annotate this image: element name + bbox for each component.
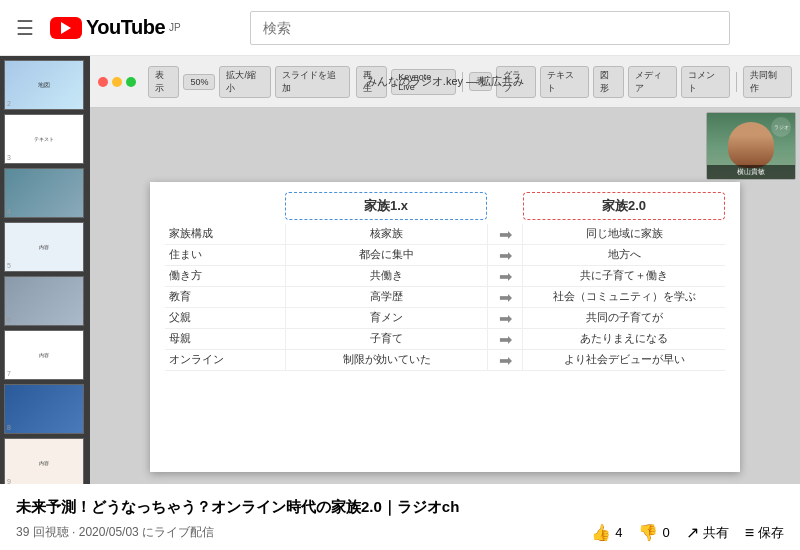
save-label: 保存 [758, 524, 784, 542]
save-button[interactable]: ≡ 保存 [745, 524, 784, 542]
row-label: オンライン [165, 350, 285, 370]
traffic-light-yellow[interactable] [112, 77, 122, 87]
main-content: 地図 2 テキスト 3 4 内容 5 6 [0, 56, 800, 550]
row-v2: 共同の子育てが [523, 308, 725, 328]
dislike-icon: 👎 [638, 523, 658, 542]
menu-icon[interactable]: ☰ [16, 16, 34, 40]
slide-sidebar: 地図 2 テキスト 3 4 内容 5 6 [0, 56, 90, 484]
col-header-v2: 家族2.0 [523, 192, 725, 220]
row-label: 家族構成 [165, 224, 285, 244]
presenter-face [728, 122, 774, 168]
slide-thumb-6[interactable]: 6 [4, 276, 84, 326]
toolbar-btn-view[interactable]: 表示 [148, 66, 179, 98]
slide-thumb-5[interactable]: 内容 5 [4, 222, 84, 272]
row-v2: 社会（コミュニティ）を学ぶ [523, 287, 725, 307]
search-bar [250, 11, 730, 45]
traffic-light-red[interactable] [98, 77, 108, 87]
video-actions: 👍 4 👎 0 ↗ 共有 ≡ 保存 [591, 523, 784, 542]
share-button[interactable]: ↗ 共有 [686, 523, 729, 542]
slide-view: 家族1.x 家族2.0 家族構成核家族➡同じ地域に家族住まい都会に集中➡地方へ働… [90, 108, 800, 484]
slide-thumb-4[interactable]: 4 [4, 168, 84, 218]
row-v2: より社会デビューが早い [523, 350, 725, 370]
share-icon: ↗ [686, 523, 699, 542]
logo-area: YouTubeJP [50, 16, 181, 39]
video-player: 地図 2 テキスト 3 4 内容 5 6 [0, 56, 800, 484]
video-title: 未来予測！どうなっちゃう？オンライン時代の家族2.0｜ラジオch [16, 496, 784, 517]
row-arrow: ➡ [487, 224, 523, 244]
save-icon: ≡ [745, 524, 754, 542]
video-stats: 39 回視聴 · 2020/05/03 にライブ配信 [16, 524, 214, 541]
table-row: 父親育メン➡共同の子育てが [165, 308, 725, 329]
like-button[interactable]: 👍 4 [591, 523, 622, 542]
slide-thumb-9[interactable]: 内容 9 [4, 438, 84, 484]
slide-content: 家族1.x 家族2.0 家族構成核家族➡同じ地域に家族住まい都会に集中➡地方へ働… [150, 182, 740, 472]
traffic-lights [98, 77, 136, 87]
slide-thumb-7[interactable]: 内容 7 [4, 330, 84, 380]
share-label: 共有 [703, 524, 729, 542]
publish-date: 2020/05/03 にライブ配信 [79, 525, 214, 539]
video-meta: 39 回視聴 · 2020/05/03 にライブ配信 👍 4 👎 0 ↗ 共有 [16, 523, 784, 542]
presenter-name-badge: 横山貴敏 [707, 165, 795, 179]
search-input[interactable] [250, 11, 730, 45]
keynote-toolbar: 表示 50% 拡大/縮小 スライドを追加 みんなのラジオ.key — 拡広共み … [90, 56, 800, 108]
row-v1: 育メン [285, 308, 487, 328]
table-row: 家族構成核家族➡同じ地域に家族 [165, 224, 725, 245]
col-header-v1: 家族1.x [285, 192, 487, 220]
radio-logo: ラジオ [771, 117, 791, 137]
col-label-header [165, 192, 285, 220]
row-v1: 共働き [285, 266, 487, 286]
row-v1: 子育て [285, 329, 487, 349]
logo-text: YouTube [86, 16, 165, 39]
row-label: 父親 [165, 308, 285, 328]
keynote-main: 表示 50% 拡大/縮小 スライドを追加 みんなのラジオ.key — 拡広共み … [90, 56, 800, 484]
toolbar-btn-scale[interactable]: 拡大/縮小 [219, 66, 270, 98]
table-row: 母親子育て➡あたりまえになる [165, 329, 725, 350]
toolbar-btn-add-slide[interactable]: スライドを追加 [275, 66, 350, 98]
toolbar-btn-comment[interactable]: コメント [681, 66, 730, 98]
keynote-title-bar: みんなのラジオ.key — 拡広共み [366, 74, 524, 89]
row-label: 教育 [165, 287, 285, 307]
row-v2: 同じ地域に家族 [523, 224, 725, 244]
youtube-logo-icon [50, 17, 82, 39]
toolbar-btn-collab[interactable]: 共同制作 [743, 66, 792, 98]
col-arrow-header [487, 192, 523, 220]
row-arrow: ➡ [487, 329, 523, 349]
toolbar-btn-text[interactable]: テキスト [540, 66, 589, 98]
view-count: 39 回視聴 [16, 525, 69, 539]
row-v1: 都会に集中 [285, 245, 487, 265]
row-label: 住まい [165, 245, 285, 265]
row-v1: 核家族 [285, 224, 487, 244]
row-arrow: ➡ [487, 287, 523, 307]
row-arrow: ➡ [487, 350, 523, 370]
like-icon: 👍 [591, 523, 611, 542]
row-label: 母親 [165, 329, 285, 349]
row-v2: 地方へ [523, 245, 725, 265]
toolbar-btn-zoom[interactable]: 50% [183, 74, 215, 90]
dislike-count: 0 [662, 525, 669, 540]
video-info: 未来予測！どうなっちゃう？オンライン時代の家族2.0｜ラジオch 39 回視聴 … [0, 484, 800, 550]
table-row: オンライン制限が効いていた➡より社会デビューが早い [165, 350, 725, 371]
like-count: 4 [615, 525, 622, 540]
traffic-light-green[interactable] [126, 77, 136, 87]
row-arrow: ➡ [487, 308, 523, 328]
row-arrow: ➡ [487, 266, 523, 286]
row-label: 働き方 [165, 266, 285, 286]
row-arrow: ➡ [487, 245, 523, 265]
table-row: 教育高学歴➡社会（コミュニティ）を学ぶ [165, 287, 725, 308]
table-row: 住まい都会に集中➡地方へ [165, 245, 725, 266]
date-separator: · [72, 525, 79, 539]
presenter-cam: 横山貴敏 ラジオ [706, 112, 796, 180]
row-v1: 制限が効いていた [285, 350, 487, 370]
toolbar-btn-media[interactable]: メディア [628, 66, 677, 98]
slide-thumb-8[interactable]: 8 [4, 384, 84, 434]
row-v2: 共に子育て＋働き [523, 266, 725, 286]
keynote-screen: 地図 2 テキスト 3 4 内容 5 6 [0, 56, 800, 484]
row-v2: あたりまえになる [523, 329, 725, 349]
slide-thumb-3[interactable]: テキスト 3 [4, 114, 84, 164]
table-row: 働き方共働き➡共に子育て＋働き [165, 266, 725, 287]
dislike-button[interactable]: 👎 0 [638, 523, 669, 542]
toolbar-btn-shape[interactable]: 図形 [593, 66, 624, 98]
slide-thumb-2[interactable]: 地図 2 [4, 60, 84, 110]
row-v1: 高学歴 [285, 287, 487, 307]
logo-region: JP [169, 22, 181, 33]
